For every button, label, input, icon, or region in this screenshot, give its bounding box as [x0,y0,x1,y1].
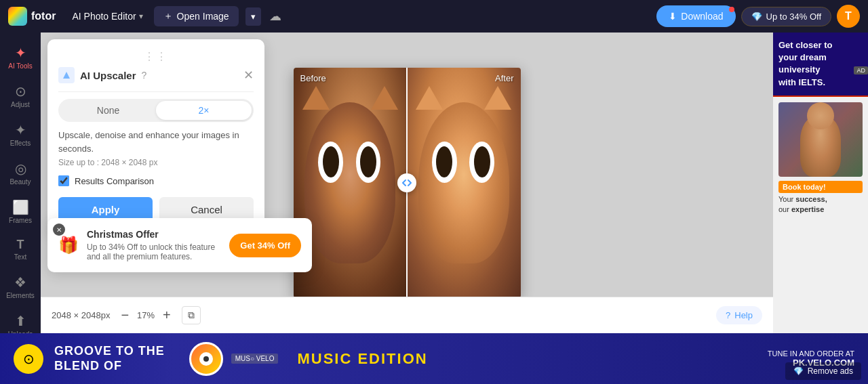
upscale-toggle-group: None 2× [58,99,254,122]
book-today-label: Book today! [778,181,863,193]
ad-tagline: Your success,our expertise [778,194,863,215]
sidebar-item-ai-tools[interactable]: ✦ AI Tools [3,39,38,75]
beauty-icon: ◎ [15,161,26,177]
help-circle-icon[interactable]: ? [142,70,147,81]
frames-icon: ⬜ [12,199,29,215]
ad-lower: Book today! Your success,our expertise [773,97,868,333]
panel-area: ⋮⋮ AI Upscaler ? [47,39,264,233]
banner-logo: ⊙ [14,344,43,374]
sidebar-label-text: Text [14,253,26,261]
none-toggle[interactable]: None [60,101,156,120]
gem-icon: 💎 [751,12,762,22]
promo-close-button[interactable]: ✕ [53,223,65,236]
help-label: Help [734,310,753,320]
open-image-button[interactable]: ＋ Open Image [154,6,239,26]
remove-ads-label: Remove ads [808,366,853,376]
panel-divider [58,91,254,92]
top-bar: fotor AI Photo Editor ▾ ＋ Open Image ▾ ☁… [0,0,868,33]
download-button[interactable]: ⬇ Download [656,5,735,27]
banner-content: ⊙ GROOVE TO THE BLEND OF MUS○ VELO [0,342,868,376]
sidebar-item-elements[interactable]: ❖ Elements [3,269,38,305]
after-half: After [407,68,521,298]
ad-headline: Get closer to your dream university with… [778,39,863,89]
before-label: Before [300,73,326,83]
banner-icons: MUS○ VELO [189,342,279,376]
sidebar-item-text[interactable]: T Text [3,232,38,266]
remove-ads-button[interactable]: 💎 Remove ads [785,362,861,380]
zoom-in-button[interactable]: + [160,307,174,323]
sidebar-item-effects[interactable]: ✦ Effects [3,116,38,152]
after-label: After [495,73,513,83]
sidebar-label-ai-tools: AI Tools [8,62,32,70]
sidebar-item-beauty[interactable]: ◎ Beauty [3,155,38,191]
results-comparison-label[interactable]: Results Comparison [75,176,154,186]
zoom-percent: 17% [137,310,155,320]
elements-icon: ❖ [14,274,26,291]
open-image-label: Open Image [177,11,229,22]
upscaler-icon [58,67,75,83]
uploads-icon: ⬆ [15,313,26,329]
notification-dot [729,7,734,12]
panel-header: AI Upscaler ? ✕ [58,67,254,83]
sidebar-label-adjust: Adjust [11,101,30,108]
dimension-display: 2048 × 2048px [52,310,110,320]
banner-blend-text: BLEND OF [54,359,165,373]
ai-photo-editor-label: AI Photo Editor [72,11,136,22]
fotor-logo-text: fotor [31,10,56,22]
main-area: ✦ AI Tools ⊙ Adjust ✦ Effects ◎ Beauty ⬜… [0,33,868,333]
panel-title-area: AI Upscaler ? [58,67,146,83]
diamond-icon: 💎 [793,366,804,376]
zoom-control: − 17% + [118,307,173,323]
banner-music-edition: MUSIC EDITION [297,350,427,368]
panel-title: AI Upscaler [80,70,136,81]
2x-toggle[interactable]: 2× [156,101,252,120]
user-initial: T [845,10,852,22]
before-after-handle[interactable] [397,173,416,192]
chevron-down-icon: ▾ [139,12,143,21]
fotor-logo-icon [8,7,27,26]
close-panel-button[interactable]: ✕ [243,68,254,83]
sidebar: ✦ AI Tools ⊙ Adjust ✦ Effects ◎ Beauty ⬜… [0,33,41,333]
promo-description: Up to 34% Off to unlock this feature and… [87,242,221,261]
ad-person-image [778,102,863,177]
user-avatar[interactable]: T [837,5,860,28]
sidebar-label-effects: Effects [10,140,31,147]
download-label: Download [681,11,723,22]
promo-content: Christmas Offer Up to 34% Off to unlock … [87,229,221,261]
open-image-dropdown[interactable]: ▾ [245,7,261,26]
effects-icon: ✦ [15,122,26,138]
bottom-banner: ⊙ GROOVE TO THE BLEND OF MUS○ VELO [0,333,868,384]
banner-brand-label: MUS○ VELO [231,354,279,364]
zoom-out-button[interactable]: − [118,307,132,323]
promo-icon: 🎁 [58,236,79,255]
banner-text-area: GROOVE TO THE BLEND OF [54,344,165,373]
results-comparison-checkbox[interactable] [58,175,69,186]
discount-label: Up to 34% Off [766,12,821,22]
panel-size-limit: Size up to : 2048 × 2048 px [58,158,254,167]
adjust-icon: ⊙ [15,83,26,100]
content-area: ⋮⋮ AI Upscaler ? [41,33,773,333]
get-off-button[interactable]: Get 34% Off [229,234,301,257]
ai-tools-icon: ✦ [15,45,26,61]
split-view-button[interactable]: ⧉ [182,306,201,324]
right-ad-panel: Get closer to your dream university with… [773,33,868,333]
sidebar-item-uploads[interactable]: ⬆ Uploads [3,307,38,333]
sidebar-label-frames: Frames [9,217,32,224]
help-button[interactable]: ? Help [716,306,762,324]
banner-logo-icon: ⊙ [23,351,35,367]
sidebar-item-adjust[interactable]: ⊙ Adjust [3,78,38,114]
help-circle-icon: ? [726,310,730,320]
ai-upscaler-panel: ⋮⋮ AI Upscaler ? [47,39,264,233]
cloud-icon[interactable]: ☁ [269,9,281,24]
ai-photo-editor-menu[interactable]: AI Photo Editor ▾ [66,8,148,24]
promo-title: Christmas Offer [87,229,221,240]
results-comparison-row: Results Comparison [58,175,254,186]
text-icon: T [17,238,24,252]
drag-handle-icon: ⋮⋮ [144,50,168,63]
image-preview: Before [294,68,521,298]
promo-popup: ✕ 🎁 Christmas Offer Up to 34% Off to unl… [47,218,312,272]
sidebar-item-frames[interactable]: ⬜ Frames [3,194,38,230]
sidebar-label-beauty: Beauty [9,178,31,186]
banner-groove-text: GROOVE TO THE [54,344,165,359]
discount-button[interactable]: 💎 Up to 34% Off [741,7,831,26]
